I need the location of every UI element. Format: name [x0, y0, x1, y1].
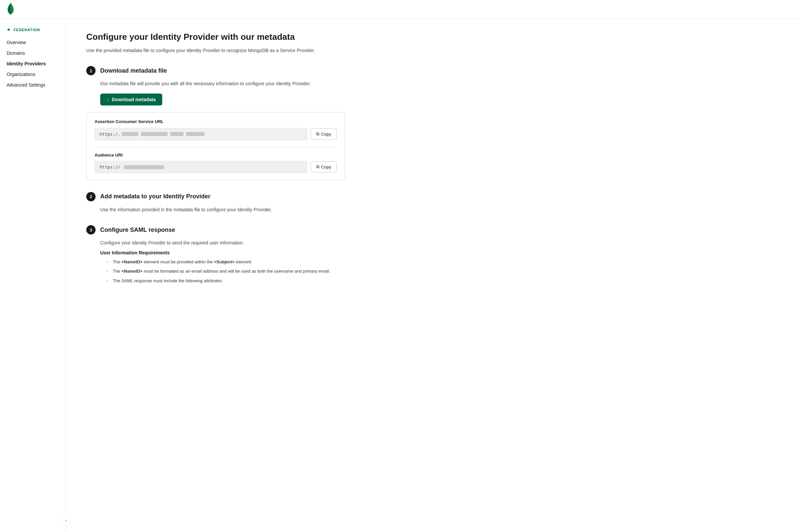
copy-icon-1: ⧉ [316, 131, 319, 137]
audience-label: Audience URI [95, 153, 337, 157]
mongodb-logo [7, 3, 15, 16]
user-info-requirements-title: User Information Requirements [100, 250, 345, 255]
acs-url-blurred-4 [186, 132, 204, 136]
step-2-title: Add metadata to your Identity Provider [100, 193, 210, 200]
step-3-description: Configure your Identity Provider to send… [100, 239, 345, 246]
acs-copy-button[interactable]: ⧉ Copy [311, 128, 337, 140]
nameid-code-1: <NameID> [122, 259, 143, 264]
step-3-section: 3 Configure SAML response Configure your… [86, 225, 345, 285]
acs-url-input: https:/, [95, 128, 307, 140]
page-subtitle: Use the provided metadata file to config… [86, 47, 345, 54]
audience-url-input: https:// [95, 161, 307, 173]
main-content: Configure your Identity Provider with ou… [67, 19, 365, 532]
step-3-title: Configure SAML response [100, 227, 175, 233]
acs-url-blurred-3 [170, 132, 184, 136]
sidebar-item-organizations[interactable]: Organizations [0, 69, 66, 80]
sidebar: ⚭ FEDERATION Overview Domains Identity P… [0, 19, 67, 532]
step-3-header: 3 Configure SAML response [86, 225, 345, 234]
acs-url-blurred-2 [141, 132, 168, 136]
top-bar [0, 0, 801, 19]
step-1-header: 1 Download metadata file [86, 66, 345, 75]
acs-url-prefix: https:/, [99, 132, 120, 137]
sidebar-item-domains[interactable]: Domains [0, 48, 66, 58]
nameid-code-2: <NameID> [122, 269, 143, 273]
step-2-section: 2 Add metadata to your Identity Provider… [86, 192, 345, 213]
acs-url-blurred-1 [122, 132, 138, 136]
audience-url-row: https:// ⧉ Copy [95, 161, 337, 173]
sidebar-federation-section: ⚭ FEDERATION [0, 25, 66, 37]
step-2-header: 2 Add metadata to your Identity Provider [86, 192, 345, 201]
copy-icon-2: ⧉ [316, 164, 319, 170]
step-2-description: Use the information provided in the meta… [100, 206, 345, 213]
step-3-number: 3 [86, 225, 96, 234]
sidebar-collapse-button[interactable]: ‹ [61, 516, 71, 525]
step-1-description: Our metadata file will provide you with … [100, 80, 345, 87]
sidebar-nav: Overview Domains Identity Providers Orga… [0, 37, 66, 90]
page-title: Configure your Identity Provider with ou… [86, 32, 345, 42]
url-separator [95, 147, 337, 147]
requirements-list: The <NameID> element must be provided wi… [106, 259, 345, 285]
federation-icon: ⚭ [7, 27, 11, 33]
audience-copy-button[interactable]: ⧉ Copy [311, 161, 337, 172]
download-icon: ↓ [107, 97, 109, 102]
requirement-3: The SAML response must include the follo… [106, 278, 345, 285]
url-box: Assertion Consumer Service URL https:/, … [86, 112, 345, 180]
page-layout: ⚭ FEDERATION Overview Domains Identity P… [0, 19, 801, 532]
chevron-left-icon: ‹ [66, 518, 67, 523]
sidebar-item-identity-providers[interactable]: Identity Providers [0, 58, 66, 69]
step-2-number: 2 [86, 192, 96, 201]
download-btn-label: Download metadata [112, 97, 156, 102]
step-1-title: Download metadata file [100, 67, 167, 74]
step-1-section: 1 Download metadata file Our metadata fi… [86, 66, 345, 180]
acs-url-row: https:/, ⧉ Copy [95, 128, 337, 140]
audience-url-prefix: https:// [99, 165, 120, 170]
sidebar-item-overview[interactable]: Overview [0, 37, 66, 48]
federation-label: FEDERATION [14, 28, 40, 32]
audience-copy-label: Copy [321, 165, 331, 170]
subject-code: <Subject> [214, 259, 235, 264]
audience-url-blurred [124, 165, 164, 169]
download-metadata-button[interactable]: ↓ Download metadata [100, 94, 162, 106]
requirement-2: The <NameID> must be formatted as an ema… [106, 268, 345, 275]
step-1-number: 1 [86, 66, 96, 75]
acs-label: Assertion Consumer Service URL [95, 119, 337, 124]
requirement-1: The <NameID> element must be provided wi… [106, 259, 345, 266]
sidebar-item-advanced-settings[interactable]: Advanced Settings [0, 80, 66, 90]
acs-copy-label: Copy [321, 132, 331, 137]
